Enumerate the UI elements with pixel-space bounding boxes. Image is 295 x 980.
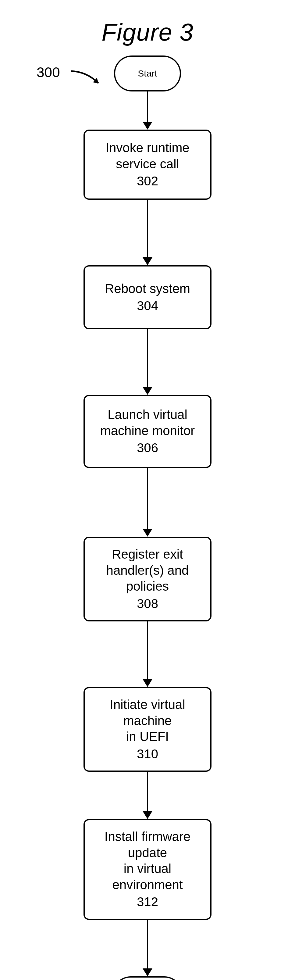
arrowhead-icon bbox=[143, 257, 152, 265]
figure-page: Figure 3 300 Start Invoke runtime servic… bbox=[0, 0, 295, 980]
connector-shaft bbox=[147, 91, 148, 122]
connector-shaft bbox=[147, 329, 148, 387]
ref-arrow-icon bbox=[68, 68, 105, 90]
process-text: Invoke runtime service call bbox=[105, 140, 189, 172]
start-label: Start bbox=[138, 68, 157, 79]
connector-shaft bbox=[147, 468, 148, 529]
connector-arrow bbox=[143, 621, 152, 687]
arrowhead-icon bbox=[143, 122, 152, 130]
connector-arrow bbox=[143, 329, 152, 395]
process-step: Register exit handler(s) and policies 30… bbox=[84, 537, 211, 621]
process-step: Launch virtual machine monitor 306 bbox=[84, 395, 211, 468]
process-id: 312 bbox=[137, 894, 158, 910]
arrowhead-icon bbox=[143, 679, 152, 687]
arrowhead-icon bbox=[143, 811, 152, 819]
process-step: Install firmware update in virtual envir… bbox=[84, 819, 211, 920]
connector-shaft bbox=[147, 621, 148, 679]
process-text: Install firmware update in virtual envir… bbox=[94, 829, 201, 893]
figure-ref-number: 300 bbox=[36, 64, 60, 81]
process-step: Initiate virtual machine in UEFI 310 bbox=[84, 687, 211, 772]
arrowhead-icon bbox=[143, 529, 152, 537]
process-text: Initiate virtual machine in UEFI bbox=[94, 697, 201, 745]
arrowhead-icon bbox=[143, 387, 152, 395]
connector-shaft bbox=[147, 200, 148, 258]
connector-arrow bbox=[143, 468, 152, 537]
process-text: Register exit handler(s) and policies bbox=[94, 546, 201, 595]
connector-arrow bbox=[143, 91, 152, 130]
process-id: 310 bbox=[137, 746, 158, 762]
connector-shaft bbox=[147, 920, 148, 969]
process-step: Reboot system 304 bbox=[84, 265, 211, 329]
arrowhead-icon bbox=[143, 969, 152, 976]
process-id: 302 bbox=[137, 173, 158, 189]
process-text: Reboot system bbox=[105, 281, 190, 297]
connector-shaft bbox=[147, 772, 148, 811]
flowchart-column: Start Invoke runtime service call 302 Re… bbox=[0, 56, 295, 980]
process-id: 304 bbox=[137, 298, 158, 314]
end-terminator: End bbox=[113, 976, 182, 980]
start-terminator: Start bbox=[114, 56, 181, 91]
process-id: 306 bbox=[137, 440, 158, 456]
figure-title: Figure 3 bbox=[0, 18, 295, 46]
process-step: Invoke runtime service call 302 bbox=[84, 130, 211, 200]
process-id: 308 bbox=[137, 596, 158, 612]
process-text: Launch virtual machine monitor bbox=[100, 407, 195, 439]
connector-arrow bbox=[143, 920, 152, 976]
connector-arrow bbox=[143, 772, 152, 819]
connector-arrow bbox=[143, 200, 152, 265]
